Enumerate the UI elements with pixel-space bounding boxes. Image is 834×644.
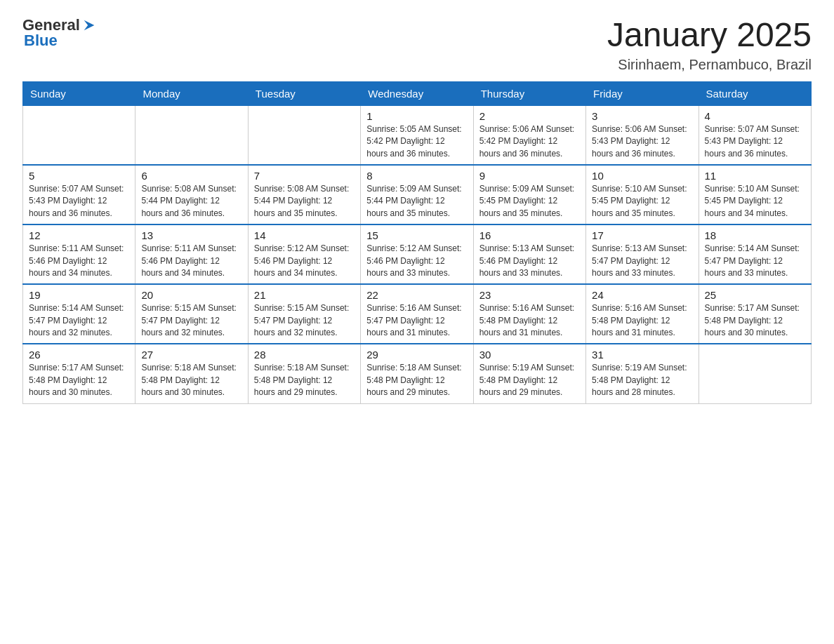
calendar-cell (248, 105, 360, 165)
calendar-cell: 12Sunrise: 5:11 AM Sunset: 5:46 PM Dayli… (23, 224, 135, 284)
column-header-sunday: Sunday (23, 81, 135, 105)
calendar-cell: 3Sunrise: 5:06 AM Sunset: 5:43 PM Daylig… (586, 105, 699, 165)
day-number: 20 (141, 289, 241, 301)
day-info: Sunrise: 5:08 AM Sunset: 5:44 PM Dayligh… (141, 183, 241, 220)
calendar-header-row: SundayMondayTuesdayWednesdayThursdayFrid… (23, 81, 812, 105)
day-number: 7 (254, 170, 355, 182)
day-info: Sunrise: 5:11 AM Sunset: 5:46 PM Dayligh… (29, 243, 129, 279)
calendar-cell: 8Sunrise: 5:09 AM Sunset: 5:44 PM Daylig… (361, 165, 473, 224)
day-info: Sunrise: 5:05 AM Sunset: 5:42 PM Dayligh… (366, 123, 467, 160)
calendar-cell: 11Sunrise: 5:10 AM Sunset: 5:45 PM Dayli… (699, 165, 811, 224)
calendar-cell: 26Sunrise: 5:17 AM Sunset: 5:48 PM Dayli… (23, 344, 135, 403)
calendar-cell: 1Sunrise: 5:05 AM Sunset: 5:42 PM Daylig… (361, 105, 473, 165)
day-info: Sunrise: 5:10 AM Sunset: 5:45 PM Dayligh… (705, 183, 805, 220)
calendar-cell: 16Sunrise: 5:13 AM Sunset: 5:46 PM Dayli… (473, 224, 585, 284)
calendar-cell: 29Sunrise: 5:18 AM Sunset: 5:48 PM Dayli… (361, 344, 473, 403)
calendar-week-row: 26Sunrise: 5:17 AM Sunset: 5:48 PM Dayli… (23, 344, 812, 403)
svg-marker-0 (84, 20, 95, 31)
day-number: 17 (592, 229, 692, 241)
day-info: Sunrise: 5:12 AM Sunset: 5:46 PM Dayligh… (366, 243, 467, 279)
day-info: Sunrise: 5:06 AM Sunset: 5:42 PM Dayligh… (479, 123, 580, 160)
day-info: Sunrise: 5:11 AM Sunset: 5:46 PM Dayligh… (141, 243, 241, 279)
calendar-cell: 22Sunrise: 5:16 AM Sunset: 5:47 PM Dayli… (361, 284, 473, 344)
logo: General Blue (22, 17, 97, 49)
day-info: Sunrise: 5:18 AM Sunset: 5:48 PM Dayligh… (254, 362, 355, 398)
day-info: Sunrise: 5:16 AM Sunset: 5:48 PM Dayligh… (479, 302, 580, 339)
logo-arrow-icon (81, 18, 97, 33)
day-info: Sunrise: 5:19 AM Sunset: 5:48 PM Dayligh… (592, 362, 692, 398)
day-number: 24 (592, 289, 692, 301)
calendar-week-row: 1Sunrise: 5:05 AM Sunset: 5:42 PM Daylig… (23, 105, 812, 165)
day-info: Sunrise: 5:18 AM Sunset: 5:48 PM Dayligh… (141, 362, 241, 398)
day-number: 23 (479, 289, 580, 301)
calendar-cell (135, 105, 248, 165)
column-header-tuesday: Tuesday (248, 81, 360, 105)
day-number: 5 (29, 170, 129, 182)
day-info: Sunrise: 5:09 AM Sunset: 5:44 PM Dayligh… (366, 183, 467, 220)
day-number: 2 (479, 110, 580, 122)
column-header-saturday: Saturday (699, 81, 811, 105)
day-number: 10 (592, 170, 692, 182)
day-info: Sunrise: 5:17 AM Sunset: 5:48 PM Dayligh… (705, 302, 805, 339)
calendar-week-row: 19Sunrise: 5:14 AM Sunset: 5:47 PM Dayli… (23, 284, 812, 344)
title-block: January 2025 Sirinhaem, Pernambuco, Braz… (607, 17, 812, 73)
day-number: 18 (705, 229, 805, 241)
calendar-cell: 15Sunrise: 5:12 AM Sunset: 5:46 PM Dayli… (361, 224, 473, 284)
calendar-week-row: 12Sunrise: 5:11 AM Sunset: 5:46 PM Dayli… (23, 224, 812, 284)
calendar-week-row: 5Sunrise: 5:07 AM Sunset: 5:43 PM Daylig… (23, 165, 812, 224)
day-number: 30 (479, 349, 580, 361)
calendar-cell: 30Sunrise: 5:19 AM Sunset: 5:48 PM Dayli… (473, 344, 585, 403)
column-header-friday: Friday (586, 81, 699, 105)
location: Sirinhaem, Pernambuco, Brazil (607, 57, 812, 73)
page-header: General Blue January 2025 Sirinhaem, Per… (22, 17, 812, 73)
calendar-cell: 31Sunrise: 5:19 AM Sunset: 5:48 PM Dayli… (586, 344, 699, 403)
column-header-thursday: Thursday (473, 81, 585, 105)
calendar-cell: 19Sunrise: 5:14 AM Sunset: 5:47 PM Dayli… (23, 284, 135, 344)
day-number: 26 (29, 349, 129, 361)
day-info: Sunrise: 5:13 AM Sunset: 5:46 PM Dayligh… (479, 243, 580, 279)
calendar-cell: 25Sunrise: 5:17 AM Sunset: 5:48 PM Dayli… (699, 284, 811, 344)
calendar-cell: 14Sunrise: 5:12 AM Sunset: 5:46 PM Dayli… (248, 224, 360, 284)
calendar-cell: 2Sunrise: 5:06 AM Sunset: 5:42 PM Daylig… (473, 105, 585, 165)
calendar-cell (23, 105, 135, 165)
calendar-cell: 5Sunrise: 5:07 AM Sunset: 5:43 PM Daylig… (23, 165, 135, 224)
day-info: Sunrise: 5:15 AM Sunset: 5:47 PM Dayligh… (141, 302, 241, 339)
calendar-cell: 21Sunrise: 5:15 AM Sunset: 5:47 PM Dayli… (248, 284, 360, 344)
day-number: 29 (366, 349, 467, 361)
logo-text-blue: Blue (22, 32, 97, 49)
calendar-cell: 7Sunrise: 5:08 AM Sunset: 5:44 PM Daylig… (248, 165, 360, 224)
day-number: 9 (479, 170, 580, 182)
day-info: Sunrise: 5:15 AM Sunset: 5:47 PM Dayligh… (254, 302, 355, 339)
day-number: 19 (29, 289, 129, 301)
day-info: Sunrise: 5:16 AM Sunset: 5:47 PM Dayligh… (366, 302, 467, 339)
day-info: Sunrise: 5:07 AM Sunset: 5:43 PM Dayligh… (29, 183, 129, 220)
day-number: 11 (705, 170, 805, 182)
day-info: Sunrise: 5:14 AM Sunset: 5:47 PM Dayligh… (29, 302, 129, 339)
calendar-cell (699, 344, 811, 403)
day-number: 3 (592, 110, 692, 122)
calendar-cell: 24Sunrise: 5:16 AM Sunset: 5:48 PM Dayli… (586, 284, 699, 344)
column-header-wednesday: Wednesday (361, 81, 473, 105)
day-info: Sunrise: 5:18 AM Sunset: 5:48 PM Dayligh… (366, 362, 467, 398)
day-info: Sunrise: 5:08 AM Sunset: 5:44 PM Dayligh… (254, 183, 355, 220)
day-number: 27 (141, 349, 241, 361)
day-info: Sunrise: 5:09 AM Sunset: 5:45 PM Dayligh… (479, 183, 580, 220)
day-number: 8 (366, 170, 467, 182)
column-header-monday: Monday (135, 81, 248, 105)
calendar-cell: 9Sunrise: 5:09 AM Sunset: 5:45 PM Daylig… (473, 165, 585, 224)
day-number: 22 (366, 289, 467, 301)
day-number: 15 (366, 229, 467, 241)
day-info: Sunrise: 5:06 AM Sunset: 5:43 PM Dayligh… (592, 123, 692, 160)
calendar-cell: 23Sunrise: 5:16 AM Sunset: 5:48 PM Dayli… (473, 284, 585, 344)
day-info: Sunrise: 5:07 AM Sunset: 5:43 PM Dayligh… (705, 123, 805, 160)
day-number: 4 (705, 110, 805, 122)
calendar-cell: 17Sunrise: 5:13 AM Sunset: 5:47 PM Dayli… (586, 224, 699, 284)
calendar-cell: 27Sunrise: 5:18 AM Sunset: 5:48 PM Dayli… (135, 344, 248, 403)
month-title: January 2025 (607, 17, 812, 54)
day-number: 13 (141, 229, 241, 241)
calendar-cell: 4Sunrise: 5:07 AM Sunset: 5:43 PM Daylig… (699, 105, 811, 165)
day-number: 25 (705, 289, 805, 301)
calendar-cell: 28Sunrise: 5:18 AM Sunset: 5:48 PM Dayli… (248, 344, 360, 403)
day-number: 12 (29, 229, 129, 241)
day-info: Sunrise: 5:13 AM Sunset: 5:47 PM Dayligh… (592, 243, 692, 279)
